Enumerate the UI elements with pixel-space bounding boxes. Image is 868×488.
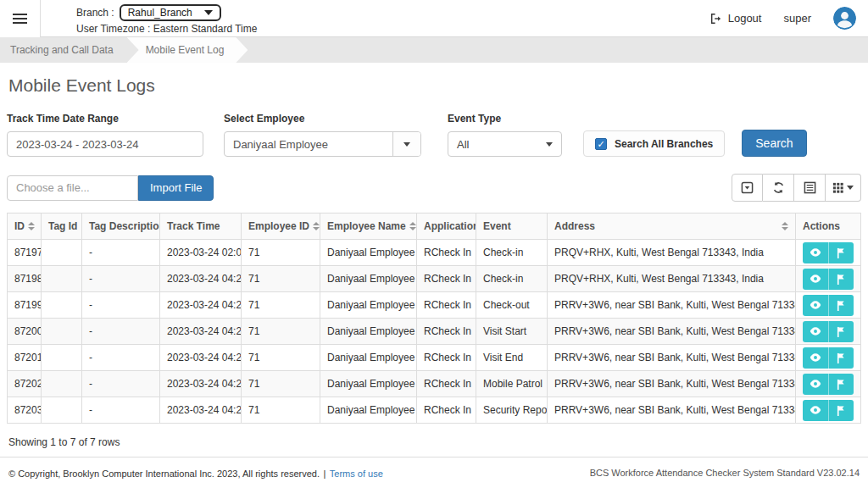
cell-application: RCheck In — [417, 319, 476, 345]
cell-tag-id — [42, 345, 82, 371]
column-header-address[interactable]: Address — [548, 214, 796, 240]
column-label: Tag Description — [89, 220, 160, 232]
map-location-button[interactable] — [828, 374, 854, 395]
cell-track-time: 2023-03-24 04:28 — [160, 345, 242, 371]
toggle-view-button[interactable] — [794, 174, 826, 202]
refresh-button[interactable] — [763, 174, 794, 202]
employee-combobox[interactable]: Daniyaal Employee — [224, 131, 421, 157]
file-input[interactable] — [7, 175, 138, 201]
view-event-button[interactable] — [803, 374, 828, 395]
list-view-icon — [804, 181, 816, 194]
view-event-button[interactable] — [803, 242, 828, 263]
date-range-input[interactable] — [7, 131, 203, 157]
column-header-track-time: Track Time — [160, 214, 242, 240]
cell-id: 87197 — [8, 240, 42, 266]
search-button[interactable]: Search — [742, 130, 806, 157]
user-avatar-icon — [833, 7, 856, 30]
version-text: BCS Workforce Attendance Checker System … — [590, 468, 860, 478]
column-header-employee-id[interactable]: Employee ID — [242, 214, 320, 240]
cell-track-time: 2023-03-24 04:28 — [160, 266, 242, 292]
search-all-branches-group[interactable]: ✓ Search All Branches — [583, 130, 725, 157]
breadcrumb-item-tracking[interactable]: Tracking and Call Data — [0, 44, 124, 56]
chevron-down-icon — [546, 142, 553, 147]
view-event-button[interactable] — [803, 295, 828, 316]
cell-track-time: 2023-03-24 04:28 — [160, 292, 242, 319]
date-range-label: Track Time Date Range — [7, 113, 203, 125]
cell-track-time: 2023-03-24 04:28 — [160, 397, 242, 424]
cell-employee-id: 71 — [242, 345, 320, 371]
avatar[interactable] — [833, 7, 856, 30]
map-location-button[interactable] — [828, 295, 854, 316]
logout-button[interactable]: Logout — [709, 12, 762, 25]
branch-select[interactable]: Rahul_Branch — [120, 4, 221, 21]
cell-tag-description: - — [82, 240, 160, 266]
table-toolbar — [732, 174, 861, 202]
cell-actions — [796, 397, 861, 424]
view-event-button[interactable] — [803, 321, 828, 342]
table-row: 87200-2023-03-24 04:2871Daniyaal Employe… — [8, 319, 861, 345]
cell-event: Visit End — [476, 345, 548, 371]
cell-event: Security Report — [476, 397, 548, 424]
import-file-button[interactable]: Import File — [138, 175, 214, 201]
pagination-toggle-icon — [741, 181, 754, 194]
map-location-button[interactable] — [828, 321, 854, 342]
eye-icon — [810, 247, 821, 258]
cell-address: PRQV+RHX, Kulti, West Bengal 713343, Ind… — [548, 240, 796, 266]
view-event-button[interactable] — [803, 400, 828, 421]
cell-employee-id: 71 — [242, 319, 320, 345]
map-location-button[interactable] — [828, 400, 854, 421]
search-all-branches-label: Search All Branches — [615, 138, 713, 150]
cell-tag-description: - — [82, 319, 160, 345]
cell-actions — [796, 266, 861, 292]
view-event-button[interactable] — [803, 347, 828, 369]
sort-icon — [409, 222, 416, 230]
cell-application: RCheck In — [417, 371, 476, 397]
cell-event: Check-in — [476, 240, 548, 266]
column-header-employee-name[interactable]: Employee Name — [320, 214, 417, 240]
cell-track-time: 2023-03-24 04:28 — [160, 371, 242, 397]
logout-label: Logout — [728, 12, 762, 25]
column-header-id[interactable]: ID — [8, 214, 42, 240]
cell-actions — [796, 240, 861, 266]
employee-combobox-value: Daniyaal Employee — [225, 132, 392, 156]
cell-address: PRQV+RHX, Kulti, West Bengal 713343, Ind… — [548, 266, 796, 292]
cell-event: Mobile Patrol — [476, 371, 548, 397]
breadcrumb-item-mobile-event-log[interactable]: Mobile Event Log — [127, 37, 248, 63]
employee-dropdown-button[interactable] — [392, 132, 420, 156]
columns-dropdown-button[interactable] — [826, 174, 861, 202]
column-header-tag-description: Tag Description — [82, 214, 160, 240]
column-label: Address — [554, 220, 595, 232]
column-label: Actions — [803, 220, 840, 232]
view-event-button[interactable] — [803, 269, 828, 290]
hamburger-menu-icon[interactable] — [0, 0, 41, 37]
sort-icon — [28, 222, 35, 230]
map-location-button[interactable] — [828, 347, 854, 369]
toggle-pagination-button[interactable] — [732, 174, 763, 202]
footer-separator: | — [323, 469, 326, 479]
map-location-button[interactable] — [828, 269, 854, 290]
table-row: 87203-2023-03-24 04:2871Daniyaal Employe… — [8, 397, 861, 424]
eye-icon — [810, 379, 821, 389]
branch-block: Branch : Rahul_Branch User Timezone : Ea… — [76, 3, 257, 35]
branch-select-value: Rahul_Branch — [128, 7, 192, 19]
search-all-branches-checkbox[interactable]: ✓ — [595, 138, 607, 150]
cell-address: PRRV+3W6, near SBI Bank, Kulti, West Ben… — [548, 319, 796, 345]
cell-tag-id — [42, 240, 82, 266]
terms-of-use-link[interactable]: Terms of use — [330, 469, 383, 479]
cell-tag-id — [42, 319, 82, 345]
flag-icon — [837, 352, 845, 363]
copyright-text: © Copyright, Brooklyn Computer Internati… — [8, 469, 320, 479]
event-type-select[interactable]: All — [448, 131, 562, 157]
cell-tag-id — [42, 397, 82, 424]
select-employee-label: Select Employee — [224, 113, 421, 125]
table-row: 87202-2023-03-24 04:2871Daniyaal Employe… — [8, 371, 861, 397]
map-location-button[interactable] — [828, 242, 854, 263]
cell-employee-id: 71 — [242, 371, 320, 397]
cell-employee-id: 71 — [242, 397, 320, 424]
cell-address: PRRV+3W6, near SBI Bank, Kulti, West Ben… — [548, 397, 796, 424]
cell-employee-name: Daniyaal Employee — [320, 397, 417, 424]
column-label: Tag Id — [48, 220, 77, 232]
column-label: ID — [14, 220, 25, 232]
cell-actions — [796, 292, 861, 319]
event-type-label: Event Type — [448, 113, 562, 125]
